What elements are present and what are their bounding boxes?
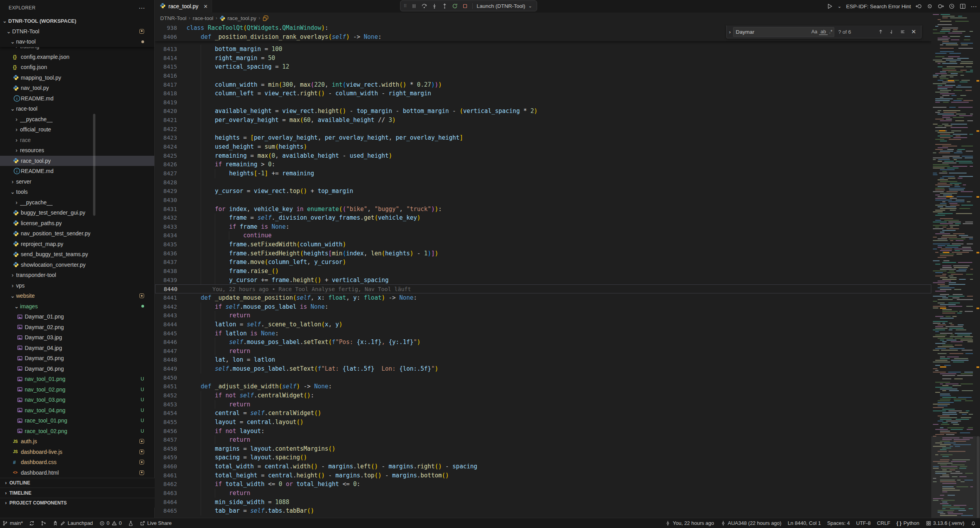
status-blame-info[interactable]: You, 22 hours ago (665, 520, 714, 526)
code-line-8439[interactable]: 8439 y_cursor += frame.height() + vertic… (155, 276, 931, 285)
code-line-8453[interactable]: 8453 return (155, 400, 931, 409)
line-number[interactable]: 8458 (155, 444, 177, 453)
status-sync[interactable] (29, 521, 35, 526)
code-line-8415[interactable]: 8415 vertical_spacing = 12 (155, 62, 931, 71)
code-line-8426[interactable]: 8426 if remaining > 0: (155, 160, 931, 169)
code-line-8431[interactable]: 8431 for index, vehicle_key in enumerate… (155, 205, 931, 214)
code-line-8433[interactable]: 8433 if frame is None: (155, 222, 931, 231)
line-number[interactable]: 8439 (155, 276, 177, 285)
breadcrumb-item-race_tool.py[interactable]: race_tool.py (219, 15, 256, 21)
code-line-8456[interactable]: 8456 if not layout: (155, 427, 931, 436)
section-outline[interactable]: ›OUTLINE (0, 478, 155, 488)
code-line-8443[interactable]: 8443 return (155, 311, 931, 320)
tree-item-dashboard-css[interactable]: #dashboard.css (0, 457, 154, 468)
tree-item-vps[interactable]: ›vps (0, 280, 154, 291)
line-number[interactable]: 8418 (155, 89, 177, 98)
breadcrumb-item-racetoolqt[interactable]: RaceToolQt (263, 15, 269, 21)
line-number[interactable]: 8419 (155, 98, 177, 107)
tree-item-config-example-json[interactable]: {}config.example.json (0, 52, 154, 62)
code-line-8416[interactable]: 8416 (155, 71, 931, 80)
line-number[interactable]: 8420 (155, 107, 177, 116)
line-number[interactable]: 8406 (155, 33, 177, 42)
back-circle-icon[interactable] (916, 3, 922, 9)
code-line-8455[interactable]: 8455 layout = central.layout() (155, 418, 931, 427)
step-into-button[interactable] (429, 1, 439, 11)
tree-item-config-json[interactable]: {}config.json (0, 62, 154, 73)
more-actions-icon[interactable]: ⋯ (971, 3, 977, 10)
close-icon[interactable]: ✕ (909, 27, 918, 36)
line-number[interactable]: 8438 (155, 267, 177, 276)
esp-idf-task-label[interactable]: ESP-IDF: Search Error Hint (846, 4, 911, 9)
line-number[interactable]: 8437 (155, 258, 177, 267)
line-number[interactable]: 8417 (155, 80, 177, 89)
status-live-share[interactable]: Live Share (140, 520, 172, 526)
code-line-8419[interactable]: 8419 (155, 98, 931, 107)
line-number[interactable]: 8454 (155, 409, 177, 418)
tree-item--pycache-[interactable]: ›__pycache__ (0, 197, 154, 208)
status-git-branch[interactable]: main* (2, 520, 23, 526)
overview-ruler[interactable] (976, 13, 980, 518)
status-indentation[interactable]: Spaces: 4 (827, 520, 850, 526)
code-line-8462[interactable]: 8462 if total_width <= 0 or total_height… (155, 480, 931, 489)
status-encoding[interactable]: UTF-8 (856, 520, 871, 526)
line-number[interactable]: 8464 (155, 498, 177, 507)
status-cursor-position[interactable]: Ln 8440, Col 1 (788, 520, 821, 526)
regex-icon[interactable]: .* (828, 29, 834, 35)
line-number[interactable]: 8451 (155, 382, 177, 391)
tree-item-send-buggy-test-teams-py[interactable]: send_buggy_test_teams.py (0, 249, 154, 260)
line-number[interactable]: 8433 (155, 222, 177, 231)
find-previous-icon[interactable] (876, 27, 885, 36)
line-number[interactable]: 8429 (155, 187, 177, 196)
breadcrumb-item-dtnr-tool[interactable]: DTNR-Tool (160, 15, 186, 21)
tree-item-daymar-06-png[interactable]: Daymar_06.png (0, 364, 154, 374)
status-language-mode[interactable]: { }Python (896, 520, 919, 526)
code-line-8436[interactable]: 8436 frame.setFixedHeight(heights[min(in… (155, 249, 931, 258)
restart-button[interactable] (450, 1, 460, 11)
line-number[interactable]: 8463 (155, 489, 177, 498)
line-number[interactable]: 8436 (155, 249, 177, 258)
tree-item-website[interactable]: ⌄website (0, 291, 154, 301)
toggle-replace-icon[interactable]: › (727, 29, 733, 35)
line-number[interactable]: 8415 (155, 62, 177, 71)
code-line-8459[interactable]: 8459 spacing = layout.spacing() (155, 453, 931, 462)
code-line-8427[interactable]: 8427 heights[-1] += remaining (155, 169, 931, 178)
tree-item-tools[interactable]: ⌄tools (0, 187, 154, 197)
code-line-8423[interactable]: 8423 heights = [per_overlay_height, per_… (155, 133, 931, 142)
forward-circle-icon[interactable] (938, 3, 944, 9)
tab-race-tool-py[interactable]: race_tool.py ✕ (155, 0, 212, 13)
line-number[interactable]: 8421 (155, 116, 177, 125)
tree-item-nav-tool-03-png[interactable]: nav_tool_03.pngU (0, 395, 154, 405)
step-over-button[interactable] (419, 1, 429, 11)
code-line-8451[interactable]: 8451 def _adjust_side_width(self) -> Non… (155, 382, 931, 391)
line-number[interactable]: 8443 (155, 311, 177, 320)
line-number[interactable]: 8444 (155, 320, 177, 329)
code-line-8413[interactable]: 8413 bottom_margin = 100 (155, 45, 931, 54)
code-line-8454[interactable]: 8454 central = self.centralWidget() (155, 409, 931, 418)
status-beaker[interactable] (128, 521, 133, 526)
split-editor-icon[interactable] (960, 3, 966, 9)
tree-item-showlocation-converter-py[interactable]: showlocation_converter.py (0, 260, 154, 270)
line-number[interactable]: 8416 (155, 71, 177, 80)
history-icon[interactable] (949, 3, 955, 9)
tree-item-dtnr-tool[interactable]: ⌄DTNR-Tool (0, 26, 154, 37)
line-number[interactable]: 8450 (155, 373, 177, 382)
status-problems[interactable]: 00 (99, 520, 122, 526)
line-number[interactable]: 8431 (155, 205, 177, 214)
code-line-8457[interactable]: 8457 return (155, 435, 931, 444)
tree-item-server[interactable]: ›server (0, 177, 154, 187)
code-line-8448[interactable]: 8448 lat, lon = latlon (155, 355, 931, 364)
search-input[interactable] (733, 29, 810, 35)
tree-item-daymar-01-png[interactable]: Daymar_01.png (0, 311, 154, 322)
code-line-8421[interactable]: 8421 per_overlay_height = max(60, availa… (155, 116, 931, 125)
tree-item-race-tool[interactable]: ⌄race-tool (0, 104, 154, 114)
code-line-8452[interactable]: 8452 if not self.centralWidget(): (155, 391, 931, 400)
match-case-icon[interactable]: Aa (810, 29, 819, 35)
tree-item-nav-tool-py[interactable]: nav_tool.py (0, 83, 154, 93)
tree-item-daymar-03-jpg[interactable]: Daymar_03.jpg (0, 332, 154, 343)
line-number[interactable]: 938 (155, 24, 177, 33)
chevron-down-icon[interactable]: ⌄ (837, 4, 841, 9)
code-editor[interactable]: 938class RaceToolQt(QtWidgets.QMainWindo… (155, 24, 931, 518)
tree-item-buggy-test-sender-gui-py[interactable]: buggy_test_sender_gui.py (0, 208, 154, 218)
tree-item-race[interactable]: ›race (0, 135, 154, 146)
code-line-8438[interactable]: 8438 frame.raise_() (155, 267, 931, 276)
